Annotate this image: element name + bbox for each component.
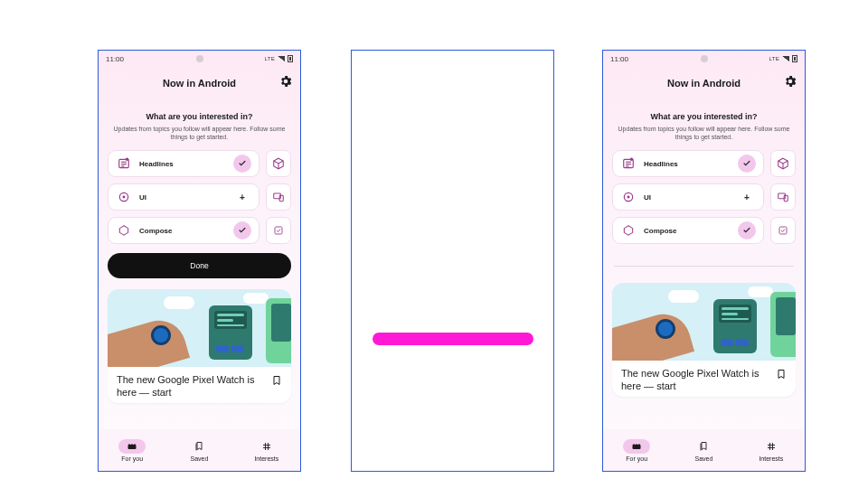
feed-card-title: The new Google Pixel Watch is here — sta…: [621, 368, 769, 393]
topic-toggle[interactable]: [233, 155, 251, 173]
topic-chip-headlines[interactable]: Headlines: [108, 150, 259, 177]
topic-chip-compose[interactable]: Compose: [108, 217, 259, 244]
topics-list: Headlines UI +: [603, 150, 805, 244]
onboarding-heading: What are you interested in?: [99, 112, 300, 121]
topic-side-chip[interactable]: [266, 217, 291, 244]
nav-label: Interests: [254, 455, 278, 462]
onboarding-subheading: Updates from topics you follow will appe…: [618, 125, 790, 141]
topic-label: UI: [644, 193, 731, 202]
status-time: 11:00: [610, 55, 628, 63]
check-icon: [238, 226, 247, 235]
topic-toggle[interactable]: [738, 155, 756, 173]
cube-icon: [272, 157, 285, 170]
foryou-icon: [623, 439, 650, 454]
svg-rect-23: [633, 445, 641, 449]
cube-icon: [777, 157, 789, 170]
topic-chip-ui[interactable]: UI +: [108, 183, 259, 211]
nav-label: Saved: [191, 455, 209, 462]
phone-screenshot-before: 11:00 LTE Now in Android What are you in…: [98, 50, 301, 472]
interests-icon: [253, 439, 280, 454]
topic-toggle[interactable]: [738, 221, 756, 239]
status-time: 11:00: [106, 55, 124, 63]
topic-row: UI +: [108, 183, 291, 211]
svg-point-4: [126, 158, 129, 162]
nav-label: For you: [121, 455, 143, 462]
feed-card-illustration: [108, 289, 291, 367]
topic-toggle[interactable]: [233, 221, 251, 239]
app-bar: Now in Android: [603, 70, 805, 96]
gear-icon: [278, 74, 293, 89]
topic-side-chip[interactable]: [266, 150, 291, 177]
svg-point-18: [627, 196, 630, 199]
topic-row: Headlines: [108, 150, 291, 177]
topic-chip-ui[interactable]: UI +: [612, 183, 764, 211]
svg-rect-10: [275, 227, 282, 234]
app-title: Now in Android: [667, 78, 741, 89]
settings-button[interactable]: [783, 74, 797, 89]
topic-label: UI: [139, 193, 226, 202]
topic-label: Compose: [139, 227, 226, 235]
battery-icon: [792, 55, 797, 62]
feed-card[interactable]: The new Google Pixel Watch is here — sta…: [612, 283, 796, 397]
done-button[interactable]: Done: [108, 253, 291, 278]
nav-item-interests[interactable]: Interests: [738, 429, 805, 471]
gear-icon: [783, 74, 797, 89]
bottom-nav: For you Saved Interests: [603, 429, 805, 471]
topic-chip-headlines[interactable]: Headlines: [612, 150, 764, 177]
bottom-nav: For you Saved Interests: [99, 429, 300, 471]
headlines-icon: [116, 155, 132, 172]
topic-label: Compose: [644, 227, 731, 235]
devices-icon: [777, 191, 789, 203]
nav-label: For you: [626, 455, 647, 462]
topic-side-chip[interactable]: [770, 150, 796, 177]
compose-icon: [116, 222, 132, 239]
topic-row: Compose: [612, 217, 796, 244]
ui-icon: [116, 189, 132, 205]
svg-marker-9: [119, 226, 127, 236]
nav-item-saved[interactable]: Saved: [670, 429, 737, 471]
svg-point-6: [123, 196, 126, 199]
settings-button[interactable]: [278, 74, 293, 89]
saved-icon: [690, 439, 717, 454]
front-camera-dot: [196, 55, 203, 62]
topic-label: Headlines: [139, 160, 226, 168]
onboarding-subheading: Updates from topics you follow will appe…: [113, 125, 286, 141]
compose-icon: [620, 222, 637, 239]
check-icon: [742, 159, 751, 168]
battery-icon: [288, 55, 293, 62]
nav-item-foryou[interactable]: For you: [603, 429, 670, 471]
nav-label: Interests: [759, 455, 783, 462]
topic-side-chip[interactable]: [770, 217, 796, 244]
topic-side-chip[interactable]: [770, 183, 796, 211]
app-title: Now in Android: [163, 78, 236, 89]
network-label: LTE: [769, 56, 779, 61]
bookmark-button[interactable]: [271, 374, 282, 387]
app-bar: Now in Android: [99, 70, 300, 96]
feed-card[interactable]: The new Google Pixel Watch is here — sta…: [108, 289, 291, 403]
svg-rect-11: [128, 445, 137, 449]
topic-side-chip[interactable]: [266, 183, 291, 211]
topic-toggle[interactable]: +: [738, 188, 756, 206]
divider: [614, 266, 794, 267]
svg-rect-22: [779, 227, 787, 234]
done-label: Done: [190, 261, 208, 270]
topic-chip-compose[interactable]: Compose: [612, 217, 764, 244]
nav-label: Saved: [695, 455, 713, 462]
signal-icon: [782, 56, 789, 61]
ui-icon: [620, 189, 637, 205]
devices-icon: [272, 191, 285, 203]
bookmark-button[interactable]: [776, 368, 787, 380]
check-icon: [238, 159, 247, 168]
signal-icon: [278, 56, 285, 61]
nav-item-foryou[interactable]: For you: [99, 429, 165, 471]
interests-icon: [758, 439, 785, 454]
topic-toggle[interactable]: +: [233, 188, 251, 206]
topic-row: Headlines: [612, 150, 796, 177]
foryou-icon: [118, 439, 146, 454]
phone-screenshot-test: [351, 50, 554, 472]
topics-list: Headlines UI +: [99, 150, 300, 244]
svg-point-16: [630, 158, 634, 162]
nav-item-saved[interactable]: Saved: [165, 429, 232, 471]
topic-row: UI +: [612, 183, 796, 211]
nav-item-interests[interactable]: Interests: [233, 429, 300, 471]
